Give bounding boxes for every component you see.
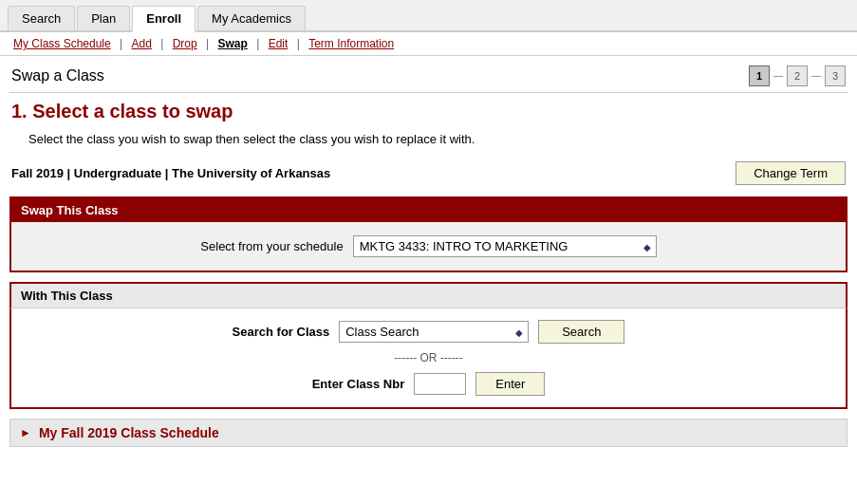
change-term-button[interactable]: Change Term — [736, 161, 846, 185]
class-search-select-wrapper: Class SearchAdvanced Search — [339, 321, 529, 343]
section-title: 1. Select a class to swap — [11, 101, 846, 122]
my-schedule-title: My Fall 2019 Class Schedule — [39, 425, 219, 440]
tab-plan[interactable]: Plan — [77, 6, 130, 30]
sub-nav: My Class Schedule | Add | Drop | Swap | … — [0, 32, 857, 56]
my-schedule-header[interactable]: ► My Fall 2019 Class Schedule — [10, 420, 847, 446]
swap-this-class-box: Swap This Class Select from your schedul… — [9, 196, 848, 272]
tab-enroll[interactable]: Enroll — [132, 6, 196, 32]
step-connector-1 — [773, 76, 783, 77]
select-from-schedule-label: Select from your schedule — [200, 239, 343, 253]
subnav-add[interactable]: Add — [132, 37, 152, 50]
term-row: Fall 2019 | Undergraduate | The Universi… — [0, 156, 857, 191]
schedule-select-wrapper: MKTG 3433: INTRO TO MARKETINGENGL 1013: … — [353, 235, 657, 257]
tab-my-academics[interactable]: My Academics — [197, 6, 306, 30]
subnav-edit[interactable]: Edit — [269, 37, 289, 50]
subnav-my-class-schedule[interactable]: My Class Schedule — [13, 37, 111, 50]
enter-class-nbr-row: Enter Class Nbr Enter — [30, 372, 827, 396]
swap-box-content: Select from your schedule MKTG 3433: INT… — [11, 222, 846, 271]
with-this-class-header: With This Class — [9, 284, 848, 308]
my-schedule-section: ► My Fall 2019 Class Schedule — [9, 419, 848, 447]
triangle-icon: ► — [20, 426, 31, 439]
step-1: 1 — [749, 65, 770, 86]
subnav-swap[interactable]: Swap — [218, 37, 248, 50]
step-indicator: 1 2 3 — [749, 65, 846, 86]
or-divider: ------ OR ------ — [30, 351, 827, 364]
with-this-class-content: Search for Class Class SearchAdvanced Se… — [9, 308, 848, 409]
schedule-select[interactable]: MKTG 3433: INTRO TO MARKETINGENGL 1013: … — [353, 235, 657, 257]
swap-box-header: Swap This Class — [11, 198, 846, 222]
subnav-drop[interactable]: Drop — [173, 37, 197, 50]
section-desc: Select the class you wish to swap then s… — [0, 126, 857, 156]
section-header: 1. Select a class to swap — [0, 93, 857, 126]
subnav-term-information[interactable]: Term Information — [308, 37, 394, 50]
tab-bar: Search Plan Enroll My Academics — [0, 0, 857, 32]
step-connector-2 — [811, 76, 821, 77]
with-this-class-section: With This Class Search for Class Class S… — [9, 282, 848, 409]
step-3: 3 — [825, 65, 846, 86]
page-header: Swap a Class 1 2 3 — [0, 56, 857, 92]
tab-search[interactable]: Search — [8, 6, 75, 30]
search-for-class-label: Search for Class — [233, 325, 330, 339]
class-search-select[interactable]: Class SearchAdvanced Search — [339, 321, 529, 343]
search-for-class-row: Search for Class Class SearchAdvanced Se… — [30, 320, 827, 344]
class-nbr-input[interactable] — [414, 373, 466, 395]
page-title: Swap a Class — [11, 67, 749, 84]
enter-class-nbr-label: Enter Class Nbr — [312, 377, 405, 391]
enter-button[interactable]: Enter — [475, 372, 545, 396]
step-2: 2 — [787, 65, 808, 86]
term-info: Fall 2019 | Undergraduate | The Universi… — [11, 166, 330, 180]
search-button[interactable]: Search — [538, 320, 624, 344]
